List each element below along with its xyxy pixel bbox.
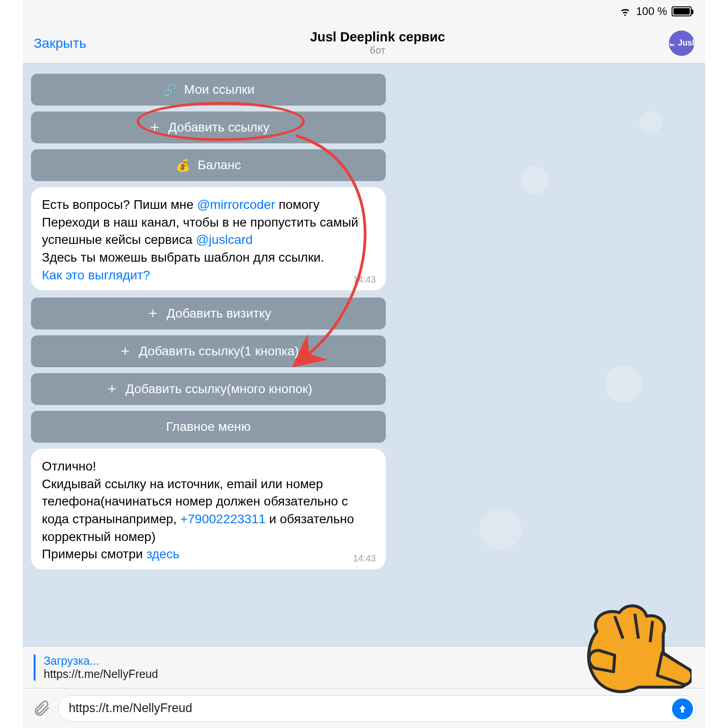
- wifi-icon: [619, 6, 632, 16]
- battery-percent: 100 %: [636, 5, 667, 18]
- screenshot-stage: 100 % Закрыть Jusl Deeplink сервис бот J…: [23, 0, 705, 728]
- kb-my-links[interactable]: 🔗 Мои ссылки: [31, 74, 386, 106]
- kb-label: Добавить визитку: [167, 306, 271, 321]
- moneybag-icon: 💰: [176, 158, 190, 172]
- kb-label: Главное меню: [166, 420, 251, 434]
- kb-balance[interactable]: 💰 Баланс: [31, 149, 386, 181]
- send-arrow-icon: [677, 703, 688, 714]
- avatar-label: Jusl: [678, 38, 694, 48]
- kb-add-link-1btn[interactable]: ＋ Добавить ссылку(1 кнопка): [31, 335, 386, 367]
- msg1-part: Есть вопросы? Пиши мне: [42, 197, 197, 212]
- phone-example[interactable]: +79002223311: [180, 512, 266, 526]
- link-how-it-looks[interactable]: Как это выглядит?: [42, 268, 150, 282]
- timestamp: 14:43: [353, 273, 376, 286]
- kb-add-link-multi[interactable]: ＋ Добавить ссылку(много кнопок): [31, 373, 386, 405]
- kb-label: Добавить ссылку: [168, 120, 270, 135]
- msg1-part: помогу: [275, 197, 320, 212]
- mention-juslcard[interactable]: @juslcard: [196, 233, 253, 247]
- message-input[interactable]: [69, 701, 670, 715]
- plus-icon: ＋: [147, 117, 162, 137]
- chat-title: Jusl Deeplink сервис: [86, 30, 669, 45]
- message-input-wrap[interactable]: [58, 695, 696, 722]
- plus-icon: ＋: [146, 303, 160, 323]
- msg1-part: Здесь ты можешь выбрать шаблон для ссылк…: [42, 250, 324, 264]
- message-1: Есть вопросы? Пиши мне @mirrorcoder помо…: [31, 187, 386, 290]
- kb-add-link[interactable]: ＋ Добавить ссылку: [31, 111, 386, 143]
- avatar-bird-icon: [669, 38, 677, 48]
- plus-icon: ＋: [105, 379, 119, 399]
- msg2-part: Отлично!: [42, 459, 96, 473]
- kb-label: Мои ссылки: [184, 82, 255, 97]
- mention-mirrorcoder[interactable]: @mirrorcoder: [197, 197, 275, 212]
- kb-label: Баланс: [197, 158, 241, 172]
- message-column: 🔗 Мои ссылки ＋ Добавить ссылку 💰 Баланс …: [31, 74, 386, 570]
- chat-subtitle: бот: [86, 45, 669, 56]
- chat-header: Закрыть Jusl Deeplink сервис бот Jusl: [23, 23, 705, 64]
- close-button[interactable]: Закрыть: [34, 35, 86, 51]
- msg2-part: Примеры смотри: [42, 547, 147, 561]
- status-bar: 100 %: [23, 0, 705, 23]
- timestamp: 14:43: [353, 552, 376, 565]
- reply-preview[interactable]: Загрузка... https://t.me/NellyFreud: [23, 646, 705, 688]
- kb-main-menu[interactable]: Главное меню: [31, 411, 386, 443]
- kb-label: Добавить ссылку(1 кнопка): [139, 344, 298, 359]
- reply-subtitle: https://t.me/NellyFreud: [44, 667, 158, 681]
- link-icon: 🔗: [162, 83, 177, 97]
- avatar[interactable]: Jusl: [669, 30, 694, 56]
- kb-add-card[interactable]: ＋ Добавить визитку: [31, 298, 386, 329]
- header-title-block[interactable]: Jusl Deeplink сервис бот: [86, 30, 669, 56]
- kb-label: Добавить ссылку(много кнопок): [126, 382, 313, 396]
- attach-icon[interactable]: [32, 699, 51, 718]
- link-examples[interactable]: здесь: [147, 547, 180, 561]
- input-bar: [23, 688, 705, 728]
- plus-icon: ＋: [118, 341, 132, 361]
- chat-area[interactable]: 🔗 Мои ссылки ＋ Добавить ссылку 💰 Баланс …: [23, 64, 705, 646]
- send-button[interactable]: [672, 698, 693, 719]
- battery-icon: [672, 6, 692, 16]
- message-2: Отлично! Скидывай ссылку на источник, em…: [31, 449, 386, 570]
- reply-text: Загрузка... https://t.me/NellyFreud: [44, 654, 158, 681]
- reply-indicator: [34, 654, 35, 681]
- reply-title: Загрузка...: [44, 654, 158, 667]
